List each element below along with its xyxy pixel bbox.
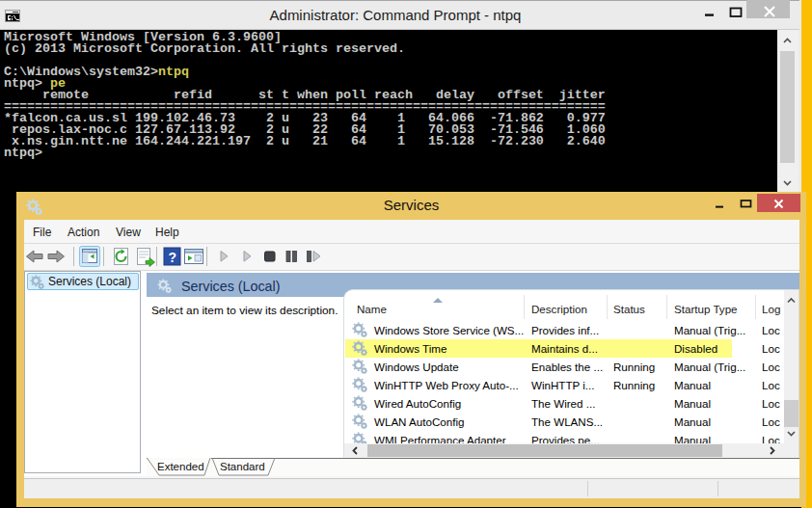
svg-text:?: ?: [169, 250, 177, 265]
